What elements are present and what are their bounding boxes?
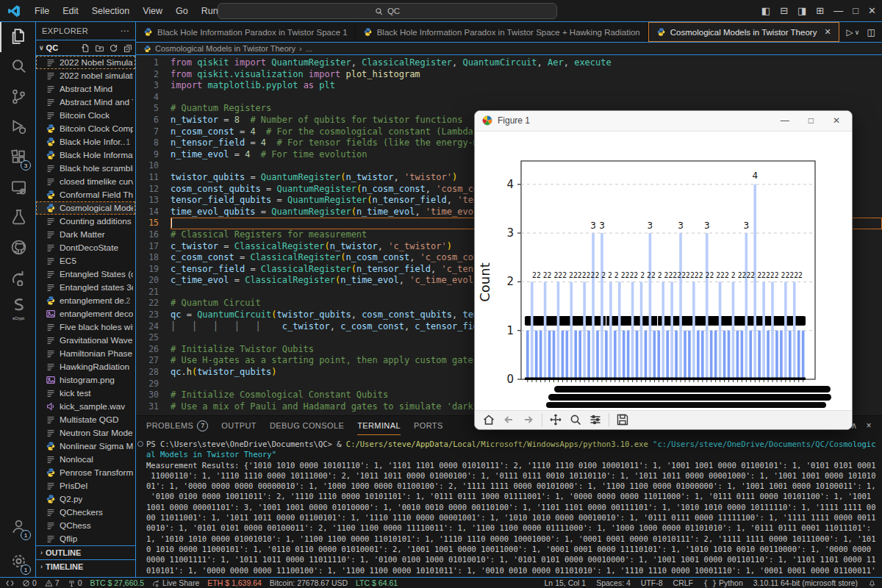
status-item[interactable]: Ln 15, Col 1 (545, 578, 587, 587)
file-item[interactable]: Cosmological Models... (36, 201, 135, 215)
file-item[interactable]: DontDecoState (36, 241, 135, 254)
file-item[interactable]: Entangled states 3d (36, 281, 135, 294)
matplotlib-figure-window[interactable]: Figure 1 — □ ✕ 01234Count22 22 222 22222… (474, 110, 853, 430)
file-item[interactable]: Penrose Transform in ... (36, 466, 135, 479)
file-item[interactable]: Nonlocal (36, 453, 135, 466)
file-item[interactable]: closed timelike curves... (36, 175, 135, 188)
status-item[interactable]: CRLF (673, 578, 693, 587)
refresh-icon[interactable] (109, 43, 118, 53)
code-line[interactable]: 4 (136, 92, 882, 104)
activity-item-source-control[interactable] (0, 82, 35, 112)
figure-minimize-button[interactable]: — (781, 115, 789, 126)
customize-layout-icon[interactable]: ⊞ (816, 5, 824, 16)
file-item[interactable]: Hamiltonian Phase Tr... (36, 347, 135, 360)
file-item[interactable]: Black Hole Informatio... (36, 148, 135, 162)
toggle-panel-icon[interactable]: ⊟ (780, 5, 788, 16)
status-item[interactable]: ETH $ 1,639.64 (207, 578, 262, 587)
file-item[interactable]: Entangled States (cen... (36, 268, 135, 281)
activity-item-run-debug[interactable] (0, 112, 35, 143)
command-center-search[interactable]: QC (218, 3, 557, 19)
file-item[interactable]: Qflip (36, 532, 135, 545)
file-item[interactable]: Black hole scrambling (36, 162, 135, 175)
collapse-all-icon[interactable] (123, 43, 132, 53)
timeline-section[interactable]: › TIMELINE (36, 559, 135, 573)
figure-maximize-button[interactable]: □ (808, 115, 814, 126)
file-item[interactable]: 2022 Nobel Simulatio... (36, 56, 135, 69)
file-item[interactable]: kick_sample.wav (36, 400, 135, 413)
activity-item-scrypt[interactable]: sCrypt (0, 293, 35, 323)
activity-item-accounts[interactable]: 1 (0, 512, 35, 542)
activity-item-extensions[interactable]: 3 (0, 143, 35, 173)
status-item-remote[interactable] (6, 579, 14, 587)
file-item[interactable]: Nonlinear Sigma Mo... (36, 440, 135, 453)
run-dropdown-icon[interactable]: ∨ (855, 29, 860, 36)
file-item[interactable]: QChess (36, 519, 135, 532)
activity-item-remote-explorer[interactable] (0, 173, 35, 203)
status-item[interactable]: Spaces: 4 (596, 578, 631, 587)
figure-title-bar[interactable]: Figure 1 — □ ✕ (475, 111, 852, 132)
menu-selection[interactable]: Selection (85, 6, 136, 16)
menu-edit[interactable]: Edit (56, 6, 85, 16)
status-item[interactable]: LTC $ 64.61 (356, 578, 398, 587)
file-item[interactable]: HawkingRadiation (36, 360, 135, 373)
file-item[interactable]: Neutron Star Model (36, 426, 135, 440)
file-item[interactable]: entanglement decoh... (36, 307, 135, 320)
editor-tab[interactable]: Cosmological Models in Twistor Theory✕ (648, 22, 839, 42)
status-item[interactable]: BTC $ 27,660.5 (90, 578, 145, 587)
activity-item-explorer[interactable] (0, 22, 35, 52)
panel-tab-output[interactable]: OUTPUT (221, 416, 257, 435)
run-python-file-button[interactable]: ▷∨ (847, 27, 860, 37)
file-item[interactable]: Bitcoin Clock (36, 109, 135, 122)
activity-item-settings[interactable]: 1 (0, 547, 35, 577)
panel-tab-debug-console[interactable]: DEBUG CONSOLE (270, 416, 344, 435)
home-icon[interactable] (482, 413, 495, 426)
code-line[interactable]: 3import matplotlib.pyplot as plt (136, 80, 882, 92)
code-line[interactable]: 2from qiskit.visualization import plot_h… (136, 69, 882, 81)
minimize-button[interactable]: — (833, 5, 843, 16)
folder-row-qc[interactable]: ∨ QC (36, 40, 135, 56)
status-item-pybraces[interactable]: { }Python (703, 578, 743, 587)
menu-file[interactable]: File (28, 6, 56, 16)
zoom-icon[interactable] (569, 413, 582, 426)
file-item[interactable]: histogram.png (36, 373, 135, 387)
file-item[interactable]: Gravitational Wave D... (36, 334, 135, 347)
explorer-more-actions-icon[interactable]: ⋯ (121, 26, 129, 36)
file-item[interactable]: Abstract Mind (36, 82, 135, 96)
pan-icon[interactable] (549, 413, 562, 426)
editor-tab[interactable]: Black Hole Information Paradox in Twisto… (136, 22, 356, 42)
file-item[interactable]: Q2.py (36, 492, 135, 506)
file-item[interactable]: 2022 nobel simulatio... (36, 69, 135, 82)
activity-item-github[interactable] (0, 233, 35, 263)
save-icon[interactable] (616, 413, 629, 426)
close-tab-icon[interactable]: ✕ (824, 27, 831, 37)
status-item[interactable]: Bitcoin: 27678.67 USD (270, 578, 348, 587)
file-item[interactable]: EC5 (36, 254, 135, 268)
breadcrumb[interactable]: Cosmological Models in Twistor Theory › … (136, 43, 882, 55)
breadcrumb-file[interactable]: Cosmological Models in Twistor Theory (155, 44, 295, 53)
status-item[interactable]: UTF-8 (641, 578, 663, 587)
file-item[interactable]: kick test (36, 387, 135, 400)
status-item-liveshare[interactable]: Live Share (152, 578, 199, 587)
toggle-secondary-sidebar-icon[interactable]: ◨ (797, 5, 806, 16)
status-item-errors[interactable]: 0 (22, 578, 37, 587)
file-item[interactable]: Abstract Mind and Ti... (36, 96, 135, 109)
menu-view[interactable]: View (136, 6, 169, 16)
status-item-bell[interactable] (868, 579, 876, 587)
new-file-icon[interactable] (81, 43, 90, 53)
file-item[interactable]: Conformal Field Theo... (36, 188, 135, 201)
file-item[interactable]: Five black holes with hr (36, 320, 135, 334)
outline-section[interactable]: › OUTLINE (36, 545, 135, 559)
activity-item-live-share[interactable] (0, 263, 35, 293)
status-item-warnings[interactable]: 7 (45, 578, 60, 587)
close-button[interactable]: ✕ (868, 5, 876, 16)
file-item[interactable]: Bitcoin Clock Complex (36, 122, 135, 135)
status-item-tower[interactable]: 0 (68, 578, 82, 587)
terminal[interactable]: PS C:\Users\steve\OneDrive\Documents\QC>… (136, 435, 882, 576)
file-item[interactable]: QCheckers (36, 506, 135, 519)
subplot-settings-icon[interactable] (589, 413, 602, 426)
figure-close-button[interactable]: ✕ (833, 115, 840, 126)
code-line[interactable]: 1from qiskit import QuantumRegister, Cla… (136, 57, 882, 69)
maximize-button[interactable]: □ (853, 5, 858, 16)
breadcrumb-more[interactable]: ... (306, 44, 312, 53)
file-item[interactable]: Counting additions a... (36, 215, 135, 228)
